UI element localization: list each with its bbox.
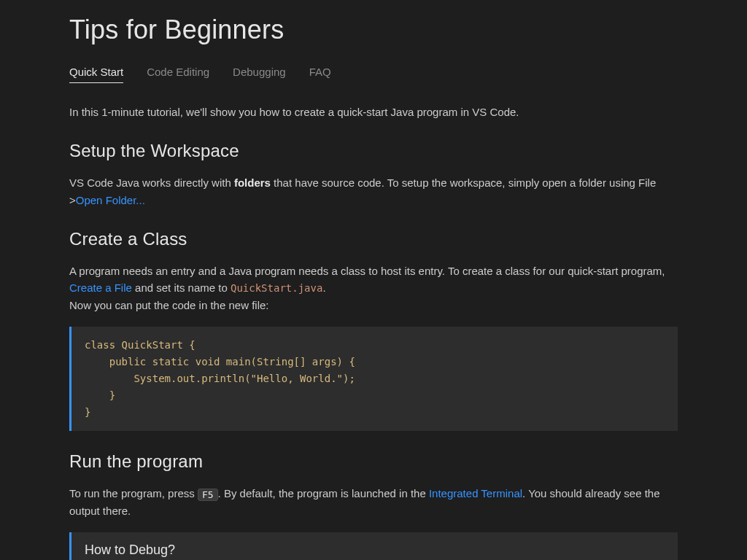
tab-code-editing[interactable]: Code Editing: [147, 66, 209, 83]
heading-run-program: Run the program: [69, 451, 678, 472]
intro-text: In this 1-minute tutorial, we'll show yo…: [69, 104, 678, 120]
tab-faq[interactable]: FAQ: [309, 66, 331, 83]
tab-debugging[interactable]: Debugging: [233, 66, 286, 83]
setup-text-a: VS Code Java works directly with: [69, 176, 234, 189]
create-text-d: Now you can put the code in the new file…: [69, 299, 269, 311]
open-folder-link[interactable]: Open Folder...: [76, 194, 145, 206]
run-text-a: To run the program, press: [69, 487, 198, 499]
heading-create-class: Create a Class: [69, 229, 678, 249]
page-title: Tips for Beginners: [69, 15, 678, 45]
content-area: In this 1-minute tutorial, we'll show yo…: [69, 104, 678, 560]
page-root: Tips for Beginners Quick Start Code Edit…: [0, 0, 747, 560]
create-paragraph: A program needs an entry and a Java prog…: [69, 262, 678, 314]
heading-setup-workspace: Setup the Workspace: [69, 141, 678, 161]
tab-quick-start[interactable]: Quick Start: [69, 66, 123, 83]
run-text-b: . By default, the program is launched in…: [218, 487, 429, 499]
setup-paragraph: VS Code Java works directly with folders…: [69, 174, 678, 209]
f5-key: F5: [198, 489, 218, 502]
create-text-c: .: [322, 281, 325, 294]
debug-callout: How to Debug? When you press F5, you are…: [69, 532, 678, 560]
setup-bold: folders: [234, 176, 271, 189]
create-inline-code: QuickStart.java: [231, 282, 322, 294]
create-text-a: A program needs an entry and a Java prog…: [69, 265, 665, 277]
create-text-b: and set its name to: [132, 281, 231, 294]
integrated-terminal-link[interactable]: Integrated Terminal: [429, 487, 522, 499]
create-file-link[interactable]: Create a File: [69, 281, 132, 294]
code-block-quickstart: class QuickStart { public static void ma…: [69, 327, 678, 431]
run-paragraph: To run the program, press F5. By default…: [69, 485, 678, 519]
callout-heading-debug: How to Debug?: [85, 542, 665, 558]
tab-list: Quick Start Code Editing Debugging FAQ: [69, 66, 678, 83]
